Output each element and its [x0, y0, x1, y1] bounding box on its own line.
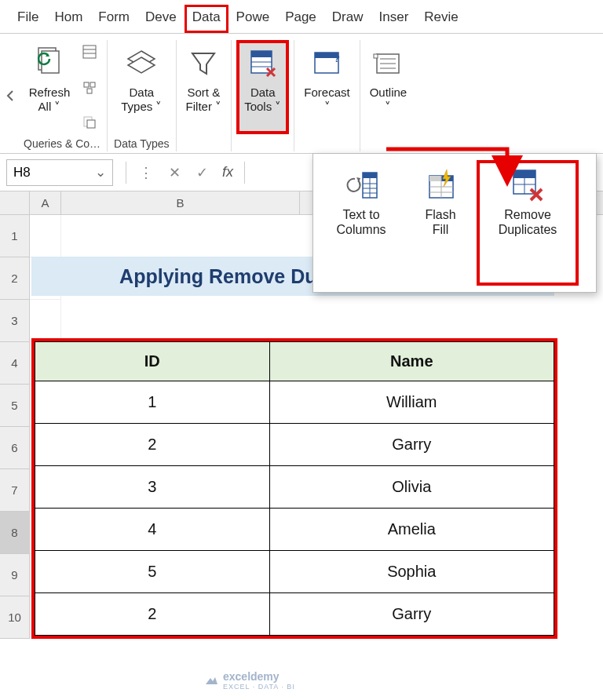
table-header-row: ID Name — [35, 342, 554, 381]
row-header-4[interactable]: 4 — [0, 342, 30, 385]
table-row[interactable]: 2Garry — [35, 593, 554, 636]
text-to-columns-button[interactable]: Text to Columns — [318, 160, 404, 286]
row-header-3[interactable]: 3 — [0, 300, 30, 342]
edit-links-icon[interactable] — [81, 114, 98, 131]
svg-rect-2 — [83, 46, 96, 58]
row-header-6[interactable]: 6 — [0, 427, 30, 469]
chevron-down-icon: ˅ — [54, 100, 60, 113]
tab-insert[interactable]: Inser — [371, 5, 417, 33]
data-tools-dropdown: Text to Columns Flash Fill Remo — [312, 153, 597, 293]
data-tools-button[interactable]: Data Tools ˅ — [236, 40, 289, 134]
svg-rect-7 — [87, 89, 92, 93]
tab-draw[interactable]: Draw — [324, 5, 371, 33]
column-header-b[interactable]: B — [61, 191, 300, 214]
data-types-icon — [123, 45, 159, 82]
forecast-button[interactable]: ? Forecast˅ — [299, 40, 354, 134]
remove-duplicates-label: Remove Duplicates — [499, 207, 557, 237]
remove-duplicates-button[interactable]: Remove Duplicates — [477, 160, 579, 286]
header-id[interactable]: ID — [35, 342, 270, 381]
svg-rect-5 — [84, 82, 89, 87]
row-header-5[interactable]: 5 — [0, 385, 30, 427]
outline-button[interactable]: Outline˅ — [365, 40, 412, 134]
refresh-all-button[interactable]: Refresh All ˅ — [24, 40, 75, 134]
data-tools-label: Data Tools — [244, 86, 275, 113]
chevron-down-icon: ˅ — [385, 100, 391, 113]
flash-fill-icon — [423, 166, 458, 204]
svg-text:?: ? — [334, 53, 340, 64]
row-header-10[interactable]: 10 — [0, 596, 30, 639]
tab-file[interactable]: File — [9, 5, 46, 33]
ribbon-group-datatypes: Data Types ˅ Data Types — [108, 40, 177, 151]
table-row[interactable]: 2Garry — [35, 424, 554, 466]
name-box[interactable]: H8 ⌄ — [6, 159, 113, 186]
text-to-columns-icon — [342, 166, 380, 204]
table-row[interactable]: 3Olivia — [35, 466, 554, 509]
data-table-highlight: ID Name 1William 2Garry 3Olivia 4Amelia … — [31, 338, 557, 639]
svg-rect-9 — [87, 120, 95, 128]
tab-home[interactable]: Hom — [46, 5, 90, 33]
queries-mini-icons — [79, 40, 100, 134]
chevron-down-icon: ˅ — [155, 100, 162, 113]
sort-filter-button[interactable]: Sort & Filter ˅ — [181, 40, 227, 134]
watermark: exceldemy EXCEL · DATA · BI — [204, 670, 295, 691]
tab-page[interactable]: Page — [277, 5, 324, 33]
tab-developer[interactable]: Deve — [137, 5, 185, 33]
group-label-queries: Queries & Co… — [22, 134, 102, 151]
refresh-icon — [34, 45, 65, 82]
forecast-icon: ? — [312, 45, 343, 82]
text-to-columns-label: Text to Columns — [336, 207, 386, 237]
flash-fill-button[interactable]: Flash Fill — [407, 160, 473, 286]
data-types-label: Data Types — [121, 86, 154, 113]
properties-icon[interactable] — [81, 78, 98, 96]
row-header-8[interactable]: 8 — [0, 512, 30, 554]
confirm-icon[interactable]: ✓ — [188, 164, 216, 181]
tab-formulas[interactable]: Form — [90, 5, 137, 33]
ribbon-group-forecast: ? Forecast˅ — [294, 40, 360, 151]
tab-review[interactable]: Revie — [416, 5, 466, 33]
forecast-label: Forecast — [304, 86, 349, 99]
row-header-7[interactable]: 7 — [0, 469, 30, 512]
ribbon-group-sortfilter: Sort & Filter ˅ — [177, 40, 232, 151]
group-label-datatypes: Data Types — [112, 134, 171, 151]
ribbon-group-datatools: Data Tools ˅ — [232, 40, 294, 151]
tab-data[interactable]: Data — [185, 5, 228, 33]
data-types-button[interactable]: Data Types ˅ — [116, 40, 166, 134]
svg-rect-29 — [429, 176, 441, 181]
chevron-down-icon: ˅ — [275, 100, 281, 113]
data-tools-icon — [248, 45, 278, 82]
outline-label: Outline — [370, 86, 407, 99]
table-row[interactable]: 1William — [35, 381, 554, 424]
svg-rect-6 — [90, 82, 95, 87]
column-header-a[interactable]: A — [30, 191, 61, 214]
outline-icon — [372, 45, 404, 82]
header-name[interactable]: Name — [269, 342, 554, 381]
tab-power[interactable]: Powe — [228, 5, 278, 33]
ribbon-collapse-left[interactable] — [3, 40, 17, 151]
ribbon-group-outline: Outline˅ — [360, 40, 417, 151]
table-row[interactable]: 4Amelia — [35, 509, 554, 551]
flash-fill-label: Flash Fill — [425, 207, 455, 237]
svg-rect-18 — [374, 54, 378, 58]
svg-rect-11 — [251, 51, 272, 57]
table-row[interactable]: 5Sophia — [35, 551, 554, 593]
chevron-down-icon[interactable]: ⌄ — [95, 164, 106, 180]
row-header-1[interactable]: 1 — [0, 215, 30, 257]
formula-more-icon[interactable]: ⋮ — [131, 164, 161, 181]
menu-bar: File Hom Form Deve Data Powe Page Draw I… — [0, 0, 603, 34]
fx-label[interactable]: fx — [222, 164, 233, 180]
data-table[interactable]: ID Name 1William 2Garry 3Olivia 4Amelia … — [35, 341, 554, 636]
ribbon-group-queries: Refresh All ˅ Queries & Co… — [17, 40, 108, 151]
chevron-down-icon: ˅ — [215, 100, 221, 113]
remove-duplicates-icon — [509, 166, 546, 204]
svg-rect-1 — [42, 51, 59, 73]
filter-icon — [189, 45, 217, 82]
row-header-2[interactable]: 2 — [0, 257, 30, 300]
queries-connections-icon[interactable] — [81, 43, 98, 60]
name-box-value: H8 — [13, 165, 31, 180]
chevron-down-icon: ˅ — [324, 100, 331, 113]
refresh-all-label: Refresh All — [29, 86, 71, 113]
cancel-icon[interactable]: ✕ — [161, 164, 188, 181]
row-header-9[interactable]: 9 — [0, 554, 30, 596]
ribbon: Refresh All ˅ Queries & Co… — [0, 34, 603, 154]
select-all-corner[interactable] — [0, 191, 30, 214]
